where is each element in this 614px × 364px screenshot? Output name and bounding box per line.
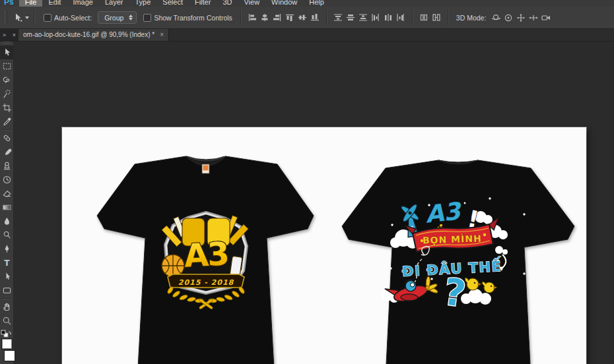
tools-panel: T: [0, 41, 14, 364]
align-left-icon[interactable]: [246, 11, 259, 24]
tool-dodge[interactable]: [0, 228, 13, 242]
options-bar: Auto-Select: Group Show Transform Contro…: [0, 7, 614, 29]
3d-slide-icon[interactable]: [527, 11, 539, 24]
panel-collapse-icon[interactable]: »: [3, 32, 6, 38]
3d-roll-icon[interactable]: [502, 11, 514, 24]
menu-select[interactable]: Select: [156, 0, 189, 7]
distribute-top-icon[interactable]: [332, 11, 345, 24]
panel-grip[interactable]: [0, 41, 13, 46]
distribute-left-icon[interactable]: [370, 11, 382, 24]
auto-select-value: Group: [104, 14, 123, 22]
tool-preset-caret-icon[interactable]: [25, 16, 29, 19]
tool-gradient[interactable]: [0, 200, 13, 214]
tshirt-artwork: A3 2015 - 2018: [62, 127, 586, 364]
align-top-icon[interactable]: [284, 11, 296, 24]
auto-blend-layers-icon[interactable]: [430, 11, 443, 24]
document-canvas[interactable]: A3 2015 - 2018: [62, 127, 586, 364]
align-bottom-icon[interactable]: [309, 11, 322, 24]
dropdown-arrows-icon: [129, 15, 133, 20]
tool-path-selection[interactable]: [0, 270, 13, 284]
tool-eraser[interactable]: [0, 187, 13, 200]
emblem-a3-text: A3: [183, 235, 228, 274]
3d-orbit-icon[interactable]: [489, 11, 502, 24]
photoshop-logo: Ps: [0, 0, 19, 7]
tool-type[interactable]: T: [0, 256, 13, 270]
menu-filter[interactable]: Filter: [189, 0, 217, 7]
tool-lasso[interactable]: [0, 73, 13, 87]
separator: [240, 10, 242, 26]
separator: [412, 10, 413, 26]
separator: [34, 10, 35, 26]
threed-mode-label: 3D Mode:: [456, 14, 487, 22]
basketball: [162, 255, 184, 277]
tool-blur[interactable]: [0, 214, 13, 228]
tool-rectangular-marquee[interactable]: [0, 59, 13, 73]
emblem-years-text: 2015 - 2018: [178, 278, 234, 287]
auto-select-label: Auto-Select:: [54, 14, 92, 22]
separator: [448, 10, 449, 26]
3d-camera-icon[interactable]: [539, 11, 552, 24]
menu-bar: Ps File Edit Image Layer Type Select Fil…: [0, 0, 614, 7]
3d-pan-icon[interactable]: [514, 11, 527, 24]
tool-move[interactable]: [0, 46, 13, 59]
ribbon-text: BỌN MÌNH: [423, 233, 482, 245]
distribute-center-icon[interactable]: [382, 11, 395, 24]
align-right-icon[interactable]: [271, 11, 284, 24]
tool-hand[interactable]: [0, 300, 13, 314]
distribute-right-icon[interactable]: [395, 11, 407, 24]
show-transform-checkbox[interactable]: [143, 14, 151, 22]
document-tab-title: om-ao-lop-doc-kute-16.gif @ 90,9% (Index…: [23, 31, 154, 38]
align-middle-vertical-icon[interactable]: [296, 11, 309, 24]
color-controls: [0, 328, 13, 364]
menu-image[interactable]: Image: [67, 0, 99, 7]
auto-select-dropdown[interactable]: Group: [98, 11, 137, 24]
tool-crop[interactable]: [0, 101, 13, 115]
tool-clone-stamp[interactable]: [0, 159, 13, 173]
distribute-middle-icon[interactable]: [345, 11, 357, 24]
tool-pen[interactable]: [0, 242, 13, 256]
document-tab-bar: » × om-ao-lop-doc-kute-16.gif @ 90,9% (I…: [0, 28, 614, 42]
tool-separator: [1, 298, 12, 299]
workspace-pasteboard: A3 2015 - 2018: [13, 41, 614, 364]
options-grip: [5, 11, 7, 24]
menu-view[interactable]: View: [238, 0, 265, 7]
photoshop-window: Ps File Edit Image Layer Type Select Fil…: [0, 0, 614, 364]
tool-quick-selection[interactable]: [0, 87, 13, 101]
align-center-horizontal-icon[interactable]: [259, 11, 271, 24]
tool-zoom[interactable]: [0, 314, 13, 328]
menu-file[interactable]: File: [19, 0, 43, 7]
tools-panel-header: » ×: [0, 28, 18, 41]
foreground-color-swatch[interactable]: [1, 338, 13, 349]
collar-tag: [202, 164, 209, 173]
background-color-swatch[interactable]: [4, 350, 15, 361]
document-tab[interactable]: om-ao-lop-doc-kute-16.gif @ 90,9% (Index…: [18, 28, 169, 41]
tab-close-icon[interactable]: ×: [160, 32, 164, 38]
tool-spot-healing-brush[interactable]: [0, 131, 13, 145]
menu-window[interactable]: Window: [265, 0, 303, 7]
distribute-bottom-icon[interactable]: [357, 11, 370, 24]
panel-close-icon[interactable]: ×: [13, 32, 16, 38]
move-tool-icon[interactable]: [13, 13, 23, 23]
tool-brush[interactable]: [0, 145, 13, 159]
menu-edit[interactable]: Edit: [42, 0, 67, 7]
separator: [326, 10, 327, 26]
menu-help[interactable]: Help: [303, 0, 330, 7]
tool-separator: [1, 129, 12, 131]
tool-rectangle[interactable]: [0, 284, 13, 297]
tool-history-brush[interactable]: [0, 173, 13, 187]
menu-3d[interactable]: 3D: [217, 0, 238, 7]
menu-type[interactable]: Type: [129, 0, 157, 7]
tool-eyedropper[interactable]: [0, 115, 13, 129]
auto-select-checkbox[interactable]: [44, 14, 51, 22]
menu-layer[interactable]: Layer: [99, 0, 129, 7]
show-transform-label: Show Transform Controls: [154, 14, 232, 22]
svg-text:T: T: [4, 258, 10, 268]
auto-align-layers-icon[interactable]: [418, 11, 430, 24]
